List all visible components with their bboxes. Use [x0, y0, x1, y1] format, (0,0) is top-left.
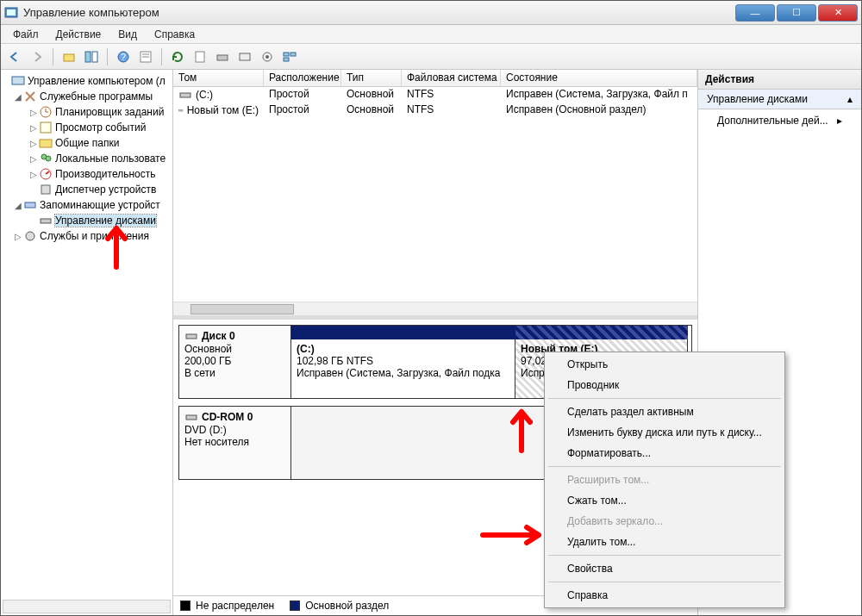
- expand-icon[interactable]: ▷: [13, 232, 23, 241]
- cell-status: Исправен (Система, Загрузка, Файл п: [501, 87, 697, 103]
- menu-view[interactable]: Вид: [111, 27, 144, 42]
- col-volume[interactable]: Том: [173, 70, 264, 86]
- help-button[interactable]: ?: [115, 48, 132, 65]
- actions-header: Действия: [698, 70, 861, 90]
- settings-icon[interactable]: [259, 48, 276, 65]
- expand-icon[interactable]: ▷: [28, 108, 39, 117]
- expand-icon[interactable]: ▷: [28, 170, 39, 179]
- ctx-help[interactable]: Справка: [547, 585, 783, 606]
- services-icon: [23, 229, 37, 243]
- col-status[interactable]: Состояние: [501, 70, 697, 86]
- col-type[interactable]: Тип: [341, 70, 402, 86]
- close-button[interactable]: ✕: [818, 4, 858, 22]
- svg-rect-22: [41, 122, 51, 133]
- svg-rect-11: [217, 55, 228, 60]
- tree-task-scheduler[interactable]: ▷ Планировщик заданий: [1, 104, 172, 120]
- menu-action[interactable]: Действие: [49, 27, 109, 42]
- tree[interactable]: Управление компьютером (л ◢ Служебные пр…: [1, 70, 173, 615]
- toolbar-sep: [161, 48, 162, 65]
- svg-rect-28: [41, 185, 50, 194]
- ctx-make-active[interactable]: Сделать раздел активным: [547, 401, 783, 422]
- ctx-shrink[interactable]: Сжать том...: [547, 490, 783, 511]
- table-row[interactable]: Новый том (E:)ПростойОсновнойNTFSИсправе…: [173, 103, 697, 118]
- col-filesystem[interactable]: Файловая система: [402, 70, 501, 86]
- expand-icon[interactable]: ▷: [28, 123, 39, 133]
- expand-icon[interactable]: ▷: [28, 154, 39, 164]
- partition[interactable]: (C:)102,98 ГБ NTFSИсправен (Система, Заг…: [291, 339, 515, 398]
- list-scrollbar[interactable]: [173, 302, 697, 315]
- svg-point-31: [26, 232, 34, 240]
- tree-scrollbar[interactable]: [3, 600, 171, 613]
- export-button[interactable]: [191, 48, 209, 65]
- users-icon: [39, 152, 53, 165]
- collapse-icon[interactable]: ◢: [13, 201, 23, 210]
- col-layout[interactable]: Расположение: [264, 70, 341, 86]
- list-body: (C:)ПростойОсновнойNTFSИсправен (Система…: [173, 87, 697, 302]
- cell-type: Основной: [341, 103, 402, 118]
- svg-rect-16: [290, 53, 296, 56]
- props-button[interactable]: [137, 48, 154, 65]
- ctx-separator: [548, 398, 781, 399]
- tree-disk-management[interactable]: Управление дисками: [1, 213, 172, 228]
- ctx-extend: Расширить том...: [547, 470, 783, 490]
- tool-icon[interactable]: [236, 48, 253, 65]
- toolbar: ?: [1, 44, 861, 70]
- tree-root[interactable]: Управление компьютером (л: [1, 73, 172, 89]
- cell-layout: Простой: [264, 103, 341, 118]
- tree-shared-folders[interactable]: ▷ Общие папки: [1, 135, 172, 151]
- volume-list[interactable]: Том Расположение Тип Файловая система Со…: [173, 70, 697, 320]
- tree-device-manager[interactable]: Диспетчер устройств: [1, 182, 172, 197]
- tools-icon: [23, 90, 37, 103]
- disk-info: CD-ROM 0DVD (D:)Нет носителя: [179, 407, 291, 479]
- minimize-button[interactable]: —: [735, 4, 775, 22]
- menu-file[interactable]: Файл: [6, 27, 46, 42]
- ctx-open[interactable]: Открыть: [547, 354, 783, 375]
- svg-point-14: [265, 55, 269, 59]
- legend-unallocated: Не распределен: [180, 600, 274, 612]
- svg-rect-15: [284, 53, 289, 56]
- table-row[interactable]: (C:)ПростойОсновнойNTFSИсправен (Система…: [173, 87, 697, 103]
- device-icon: [39, 183, 53, 196]
- titlebar[interactable]: Управление компьютером — ☐ ✕: [1, 1, 861, 25]
- ctx-explorer[interactable]: Проводник: [547, 375, 783, 395]
- ctx-change-letter[interactable]: Изменить букву диска или путь к диску...: [547, 422, 783, 443]
- tree-storage[interactable]: ◢ Запоминающие устройст: [1, 197, 172, 213]
- collapse-icon[interactable]: ▴: [847, 93, 853, 105]
- svg-rect-18: [12, 77, 24, 84]
- storage-icon: [23, 198, 37, 212]
- tree-system-tools[interactable]: ◢ Служебные программы: [1, 89, 172, 104]
- back-button[interactable]: [6, 48, 23, 65]
- menu-help[interactable]: Справка: [147, 27, 202, 42]
- svg-rect-35: [186, 415, 197, 420]
- collapse-icon[interactable]: ◢: [13, 92, 23, 102]
- forward-button[interactable]: [28, 48, 46, 65]
- svg-rect-4: [92, 52, 97, 62]
- svg-rect-12: [240, 53, 250, 60]
- tool-icon[interactable]: [214, 48, 231, 65]
- tree-local-users[interactable]: ▷ Локальные пользовате: [1, 151, 172, 166]
- svg-rect-1: [7, 9, 16, 16]
- ctx-format[interactable]: Форматировать...: [547, 443, 783, 464]
- svg-rect-10: [196, 52, 204, 62]
- actions-section[interactable]: Управление дисками ▴: [698, 90, 861, 109]
- window-buttons: — ☐ ✕: [734, 4, 858, 22]
- ctx-delete-volume[interactable]: Удалить том...: [547, 532, 783, 552]
- svg-rect-34: [186, 334, 197, 339]
- tree-services[interactable]: ▷ Службы и приложения: [1, 228, 172, 244]
- cell-status: Исправен (Основной раздел): [501, 103, 697, 118]
- legend-primary: Основной раздел: [290, 600, 389, 612]
- ctx-properties[interactable]: Свойства: [547, 558, 783, 579]
- refresh-button[interactable]: [169, 48, 186, 65]
- view-icon[interactable]: [281, 48, 298, 65]
- tree-event-viewer[interactable]: ▷ Просмотр событий: [1, 120, 172, 135]
- maximize-button[interactable]: ☐: [777, 4, 816, 22]
- cell-volume: (C:): [173, 87, 264, 103]
- up-button[interactable]: [60, 48, 78, 65]
- ctx-separator: [548, 555, 781, 556]
- tree-performance[interactable]: ▷ Производительность: [1, 166, 172, 182]
- cell-layout: Простой: [264, 87, 341, 103]
- actions-more[interactable]: Дополнительные дей... ▸: [698, 109, 861, 132]
- disk-info: Диск 0Основной200,00 ГБВ сети: [179, 326, 291, 398]
- show-hide-tree-button[interactable]: [83, 48, 100, 65]
- expand-icon[interactable]: ▷: [28, 139, 39, 148]
